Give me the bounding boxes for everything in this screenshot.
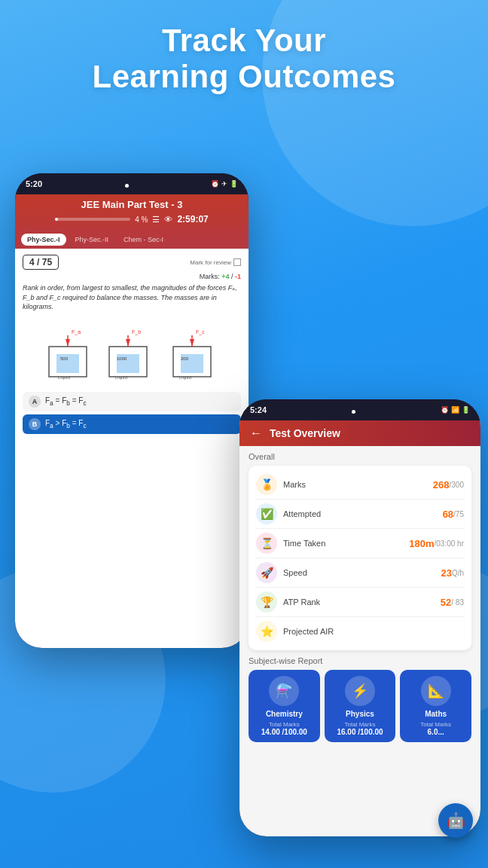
chemistry-marks-label: Total Marks bbox=[269, 721, 300, 728]
test-header: JEE Main Part Test - 3 4 % ☰ 👁 2:59:07 bbox=[15, 194, 249, 231]
overall-label: Overall bbox=[249, 452, 471, 461]
maths-marks-label: Total Marks bbox=[420, 721, 451, 728]
overview-body: Overall 🏅 Marks 268 /300 ✅ Attempted 68 … bbox=[239, 446, 480, 836]
stat-row-time: ⏳ Time Taken 180m /03:00 hr bbox=[256, 529, 464, 558]
subjectwise-label: Subject-wise Report bbox=[249, 656, 471, 665]
marks-icon: 🏅 bbox=[256, 474, 277, 495]
stats-card: 🏅 Marks 268 /300 ✅ Attempted 68 /75 ⏳ Ti… bbox=[249, 466, 471, 650]
progress-bar-outer bbox=[55, 218, 130, 221]
question-meta: 4 / 75 Mark for review bbox=[23, 255, 241, 270]
phone-left-time: 5:20 bbox=[26, 179, 42, 188]
attempted-max: /75 bbox=[453, 510, 464, 518]
chemistry-name: Chemistry bbox=[266, 710, 303, 718]
phone-right-dot bbox=[352, 403, 355, 417]
speed-max: Q/h bbox=[452, 569, 464, 577]
time-icon: ⏳ bbox=[256, 533, 277, 554]
attempted-icon: ✅ bbox=[256, 503, 277, 524]
physics-name: Physics bbox=[346, 710, 374, 718]
speed-value: 23 bbox=[441, 567, 451, 579]
attempted-value: 68 bbox=[443, 509, 453, 520]
stat-row-air: ⭐ Projected AIR bbox=[256, 617, 464, 646]
svg-text:Liquid: Liquid bbox=[179, 375, 191, 380]
atp-label: ATP Rank bbox=[283, 598, 441, 607]
progress-bar-inner bbox=[55, 218, 58, 221]
option-b-text: Fa > Fb = Fc bbox=[45, 419, 87, 429]
stat-row-speed: 🚀 Speed 23 Q/h bbox=[256, 558, 464, 588]
phone-right: 5:24 ⏰ 📶 🔋 ← Test Overview Overall 🏅 Mar… bbox=[239, 399, 480, 836]
svg-text:500: 500 bbox=[60, 356, 69, 361]
svg-text:F_a: F_a bbox=[72, 329, 81, 335]
svg-text:Liquid: Liquid bbox=[58, 375, 70, 380]
mark-review[interactable]: Mark for review bbox=[190, 258, 241, 266]
time-label: Time Taken bbox=[283, 539, 409, 548]
marks-minus: -1 bbox=[235, 273, 241, 280]
question-text: Rank in order, from largest to smallest,… bbox=[23, 283, 241, 312]
time-value: 180m bbox=[409, 538, 434, 549]
maths-icon: 📐 bbox=[421, 676, 451, 706]
phone-right-time: 5:24 bbox=[250, 405, 267, 414]
maths-name: Maths bbox=[425, 710, 447, 718]
header-title-line2: Learning Outcomes bbox=[93, 59, 396, 94]
phone-left-screen: JEE Main Part Test - 3 4 % ☰ 👁 2:59:07 P… bbox=[15, 194, 249, 648]
attempted-label: Attempted bbox=[283, 509, 443, 518]
time-max: /03:00 hr bbox=[435, 539, 464, 548]
floating-btn-icon: 🤖 bbox=[447, 811, 465, 830]
atp-value: 52 bbox=[441, 597, 451, 608]
overview-title: Test Overview bbox=[270, 427, 340, 439]
speed-label: Speed bbox=[283, 568, 441, 577]
question-diagram: Liquid 500 F_a Liquid 1000 F_b Liquid 20… bbox=[23, 316, 241, 384]
svg-text:200: 200 bbox=[181, 356, 189, 361]
option-b[interactable]: B Fa > Fb = Fc bbox=[23, 414, 241, 434]
air-icon: ⭐ bbox=[256, 621, 277, 642]
marks-value: 268 bbox=[433, 479, 450, 491]
page-header: Track Your Learning Outcomes bbox=[0, 23, 488, 96]
phone-left-status-icons: ⏰ ✈ 🔋 bbox=[211, 180, 238, 188]
question-number: 4 / 75 bbox=[23, 255, 59, 270]
floating-action-button[interactable]: 🤖 bbox=[438, 803, 473, 838]
atp-icon: 🏆 bbox=[256, 591, 277, 613]
stat-row-atp: 🏆 ATP Rank 52 / 83 bbox=[256, 588, 464, 617]
phone-left-statusbar: 5:20 ⏰ ✈ 🔋 bbox=[15, 173, 249, 194]
option-a-text: Fa = Fb = Fc bbox=[45, 396, 87, 407]
maths-marks-value: 6.0... bbox=[428, 728, 444, 736]
svg-text:F_c: F_c bbox=[196, 329, 205, 335]
stat-row-attempted: ✅ Attempted 68 /75 bbox=[256, 500, 464, 529]
physics-icon: ⚡ bbox=[345, 676, 375, 706]
progress-pct: 4 % bbox=[135, 215, 148, 224]
tab-chem-sec-1[interactable]: Chem - Sec-I bbox=[117, 234, 169, 246]
svg-text:1000: 1000 bbox=[117, 356, 127, 361]
tab-phy-sec-2[interactable]: Phy-Sec.-II bbox=[69, 234, 115, 246]
svg-marker-20 bbox=[190, 339, 194, 347]
phone-right-status-icons: ⏰ 📶 🔋 bbox=[441, 406, 470, 414]
svg-marker-6 bbox=[66, 339, 70, 347]
progress-row: 4 % ☰ 👁 2:59:07 bbox=[24, 214, 239, 225]
phone-left: 5:20 ⏰ ✈ 🔋 JEE Main Part Test - 3 4 % ☰ … bbox=[15, 173, 249, 648]
physics-marks-label: Total Marks bbox=[345, 721, 376, 728]
chemistry-icon: ⚗️ bbox=[269, 676, 299, 706]
svg-text:Liquid: Liquid bbox=[115, 375, 127, 380]
speed-icon: 🚀 bbox=[256, 562, 277, 583]
eye-icon: 👁 bbox=[164, 215, 172, 224]
marks-plus: +4 bbox=[221, 273, 229, 280]
timer: 2:59:07 bbox=[177, 214, 208, 225]
question-area: 4 / 75 Mark for review Marks: +4 / -1 Ra… bbox=[15, 249, 249, 643]
phone-right-statusbar: 5:24 ⏰ 📶 🔋 bbox=[239, 399, 480, 420]
back-button[interactable]: ← bbox=[250, 426, 262, 440]
air-label: Projected AIR bbox=[283, 627, 464, 636]
tabs-row: Phy-Sec.-I Phy-Sec.-II Chem - Sec-I bbox=[15, 231, 249, 249]
subject-card-physics[interactable]: ⚡ Physics Total Marks 16.00 /100.00 bbox=[325, 670, 396, 742]
option-a[interactable]: A Fa = Fb = Fc bbox=[23, 392, 241, 411]
atp-max: / 83 bbox=[451, 598, 464, 607]
physics-marks-value: 16.00 /100.00 bbox=[337, 728, 383, 736]
stat-row-marks: 🏅 Marks 268 /300 bbox=[256, 470, 464, 500]
phone-right-screen: ← Test Overview Overall 🏅 Marks 268 /300… bbox=[239, 420, 480, 836]
overview-header: ← Test Overview bbox=[239, 420, 480, 446]
svg-text:F_b: F_b bbox=[132, 329, 141, 335]
subject-card-chemistry[interactable]: ⚗️ Chemistry Total Marks 14.00 /100.00 bbox=[249, 670, 320, 742]
subject-card-maths[interactable]: 📐 Maths Total Marks 6.0... bbox=[400, 670, 471, 742]
tab-phy-sec-1[interactable]: Phy-Sec.-I bbox=[21, 234, 66, 246]
bottom-nav: i ◀ PREV NEXT ▶ bbox=[15, 643, 249, 648]
chemistry-marks-value: 14.00 /100.00 bbox=[261, 728, 307, 736]
svg-marker-13 bbox=[126, 339, 130, 347]
header-title-line1: Track Your bbox=[162, 23, 326, 58]
